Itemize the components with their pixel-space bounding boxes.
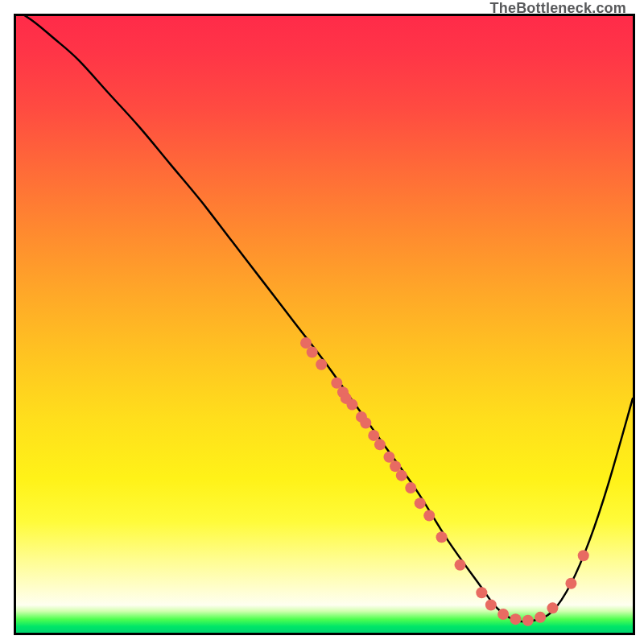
data-marker — [383, 452, 394, 463]
data-marker — [390, 460, 401, 472]
data-marker — [316, 359, 327, 370]
data-marker — [307, 346, 318, 357]
data-marker — [565, 578, 576, 589]
data-marker — [497, 609, 509, 620]
data-marker — [522, 615, 534, 626]
data-marker — [485, 600, 497, 611]
data-marker — [535, 612, 546, 623]
data-marker — [476, 587, 487, 598]
data-marker — [415, 497, 426, 509]
data-marker — [578, 550, 589, 561]
chart-container: TheBottleneck.com — [0, 0, 644, 644]
data-marker — [405, 482, 416, 493]
data-marker — [331, 378, 342, 389]
data-marker — [374, 439, 386, 450]
data-marker — [436, 531, 448, 543]
data-marker — [423, 510, 435, 521]
plot-area — [14, 14, 635, 635]
data-marker — [396, 470, 407, 481]
data-marker — [346, 399, 357, 411]
data-marker — [360, 418, 371, 429]
data-marker — [300, 337, 312, 349]
data-marker — [547, 602, 558, 613]
data-marker — [455, 559, 466, 571]
curve-overlay — [16, 16, 633, 633]
data-marker — [510, 613, 521, 625]
data-marker — [368, 430, 379, 441]
main-curve — [16, 16, 633, 622]
data-markers — [300, 337, 589, 626]
